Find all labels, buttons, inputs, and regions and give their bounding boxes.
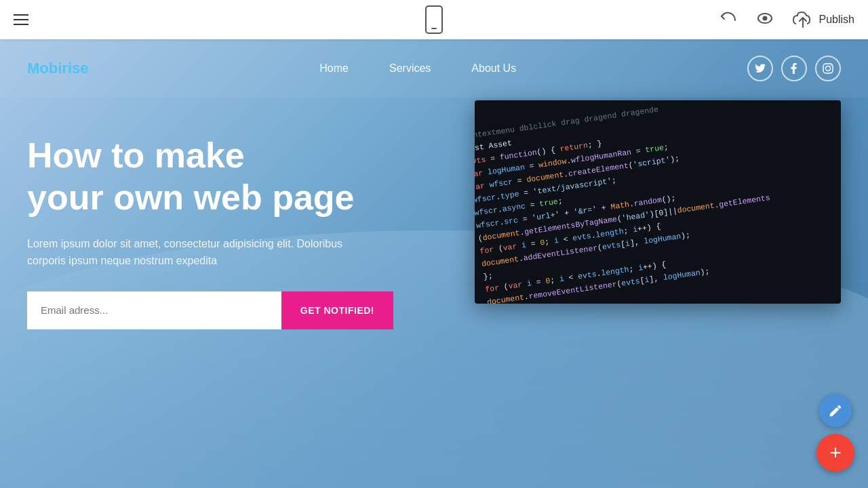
code-background: contextmenu dblclick drag dragend dragen… <box>475 100 841 304</box>
nav-home[interactable]: Home <box>319 62 349 75</box>
toolbar-center <box>425 5 443 34</box>
hamburger-menu[interactable] <box>14 14 28 25</box>
svg-point-4 <box>830 65 831 66</box>
toolbar-left <box>14 14 28 25</box>
facebook-icon[interactable] <box>781 56 807 81</box>
publish-button[interactable]: Publish <box>792 10 854 29</box>
hero-text: How to make your own web page Lorem ipsu… <box>27 107 420 329</box>
email-input[interactable] <box>27 291 281 329</box>
code-screenshot: contextmenu dblclick drag dragend dragen… <box>475 100 841 304</box>
nav-links: Home Services About Us <box>319 62 516 75</box>
svg-point-1 <box>762 16 767 21</box>
hero-content: How to make your own web page Lorem ipsu… <box>27 107 841 329</box>
site-logo: Mobirise <box>27 60 88 77</box>
add-icon: + <box>829 443 842 463</box>
phone-preview-icon[interactable] <box>425 5 443 34</box>
svg-rect-2 <box>823 64 833 73</box>
social-icons <box>747 56 841 81</box>
hero-title: How to make your own web page <box>27 134 420 219</box>
fab-pencil-button[interactable] <box>819 394 852 427</box>
twitter-icon[interactable] <box>747 56 773 81</box>
site-nav: Mobirise Home Services About Us <box>0 39 868 98</box>
instagram-icon[interactable] <box>815 56 841 81</box>
notify-button[interactable]: GET NOTIFIED! <box>281 291 393 329</box>
toolbar: Publish <box>0 0 868 39</box>
code-content: contextmenu dblclick drag dragend dragen… <box>475 100 839 304</box>
email-form: GET NOTIFIED! <box>27 291 393 329</box>
nav-about[interactable]: About Us <box>471 62 516 75</box>
fab-add-button[interactable]: + <box>816 434 854 472</box>
hero-subtitle: Lorem ipsum dolor sit amet, consectetur … <box>27 235 380 270</box>
preview-icon[interactable] <box>754 10 776 29</box>
preview-area: Mobirise Home Services About Us <box>0 39 868 488</box>
undo-icon[interactable] <box>719 9 738 30</box>
toolbar-right: Publish <box>719 9 854 30</box>
hero-background: Mobirise Home Services About Us <box>0 39 868 488</box>
publish-label: Publish <box>819 14 854 26</box>
nav-services[interactable]: Services <box>389 62 431 75</box>
svg-point-3 <box>825 66 830 71</box>
